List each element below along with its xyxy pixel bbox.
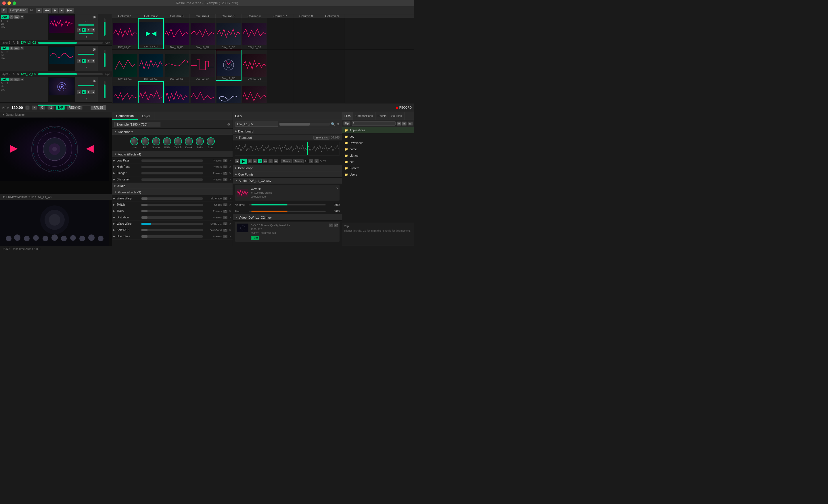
huerotate-bar[interactable] [141,235,203,238]
clip-fwdfwd-btn[interactable]: → [268,159,273,163]
layer-2-v-btn[interactable]: V [20,47,24,50]
huerotate-b-btn[interactable]: B [223,235,227,238]
twitch-bar[interactable] [141,204,203,206]
wavewarp1-b-btn[interactable]: B [223,197,227,200]
clip-l2-c9[interactable] [319,50,345,81]
huerotate-x-btn[interactable]: ✕ [229,235,232,238]
video-resize-btn[interactable]: ⤢ [329,224,333,227]
clip-search-icon[interactable]: 🔍 [331,122,335,126]
clip-to-end-btn[interactable]: ⏭ [274,159,278,163]
wavewarp1-tri-icon[interactable]: ▶ [113,197,115,200]
close-button[interactable] [2,1,6,5]
flanger-x-btn[interactable]: ✕ [229,172,232,175]
flip-knob[interactable] [141,137,149,145]
video-file-close-btn[interactable]: ✕ [336,223,338,226]
l2-stop-btn[interactable]: ■ [91,59,95,63]
l1-play-btn[interactable]: ▶ [82,90,86,94]
clip-transport-header[interactable]: ▼ Transport BPM Sync 04:748 [233,134,342,141]
clip-l1-c5[interactable]: DW_L1_C5 [216,81,242,103]
clip-l1-c7[interactable] [267,81,293,103]
l2-play-btn[interactable]: ▶ [82,59,86,63]
layer-2-a-btn[interactable]: A [9,47,13,50]
clip-l3-c8[interactable] [293,18,319,49]
layer-3-a-footer[interactable]: A [13,41,15,44]
flanger-preset[interactable]: Presets [204,172,222,175]
lowpass-preset[interactable]: Presets [204,159,222,162]
clip-l3-c1[interactable]: DW_L3_C1 [112,18,138,49]
trails-bar[interactable] [141,210,203,212]
lowpass-bar[interactable] [141,159,203,162]
distortion-x-btn[interactable]: ✕ [229,216,232,219]
file-item-developer[interactable]: 📁 Developer [342,140,414,146]
ab-b-btn[interactable]: B [402,122,407,126]
layer-2-add-btn[interactable]: Add [1,47,9,50]
distortion-preset[interactable]: Presets [204,216,222,219]
flanger-b-btn[interactable]: B [223,172,227,175]
highpass-preset[interactable]: Presets [204,166,222,168]
flanger-tri-icon[interactable]: ▶ [113,172,115,174]
layer-2-a-footer[interactable]: A [13,73,15,76]
audio-file-close-btn[interactable]: ✕ [336,186,338,190]
files-up-btn[interactable]: Up [343,121,350,126]
strobe-knob[interactable] [152,137,160,145]
files-path-input[interactable] [351,121,396,126]
wavewarp2-preset[interactable]: Sync. D... [204,222,222,225]
prev-fast-btn[interactable]: ◀◀ [43,8,51,13]
clip-settings-gear[interactable]: ⚙ [336,122,339,126]
twitch-preset[interactable]: Chaos [204,203,222,206]
prev-btn[interactable]: ◀ [36,8,42,13]
bpm-minus-btn[interactable]: - [25,105,30,110]
lowpass-b-btn[interactable]: B [223,159,227,162]
layer-1-a-btn[interactable]: A [9,78,13,81]
shiftrgb-preset[interactable]: Just Good [204,229,222,232]
huerotate-preset[interactable]: Presets [204,235,222,238]
file-item-library[interactable]: 📁 Library [342,152,414,158]
file-item-users[interactable]: 📁 Users [342,171,414,178]
twitch-b-btn[interactable]: B [223,203,227,206]
shiftrgb-b-btn[interactable]: B [223,229,227,232]
l1-pause-btn[interactable]: ⏸ [87,90,91,94]
trails-tri-icon[interactable]: ▶ [113,210,115,212]
audio-effects-section-header[interactable]: ▼ Audio Effects (4) [112,151,233,157]
l3-stop-btn[interactable]: ■ [91,28,95,32]
trails-b-btn[interactable]: B [223,210,227,213]
clip-l1-c9[interactable] [319,81,345,103]
clip-l1-c4[interactable]: DW_L1_C4 [190,81,216,103]
drunk-knob[interactable] [185,137,193,145]
clip-video-header[interactable]: ▼ Video: DW_L1_C2.mov [233,214,342,221]
flanger-bar[interactable] [141,172,203,174]
clip-l3-c9[interactable] [319,18,345,49]
rgb-knob[interactable] [163,137,171,145]
clip-play-btn[interactable]: ▶ [240,158,247,164]
shiftrgb-tri-icon[interactable]: ▶ [113,229,115,231]
clip-l2-c6[interactable]: DW_L2_C6 [242,50,267,81]
grid-view-btn[interactable]: ⊞ [408,122,413,126]
layer-3-add-btn[interactable]: Add [1,15,9,19]
clip-l3-c4[interactable]: DW_L3_C4 [190,18,216,49]
layer-3-av-btn[interactable]: AV [14,15,19,19]
clip-l3-c5[interactable]: DW_L3_C5 [216,18,242,49]
clip-l1-c2[interactable]: DW_L1_C2 [138,81,164,103]
distortion-b-btn[interactable]: B [223,216,227,219]
bitcrusher-preset[interactable]: Presets [204,178,222,181]
layer-3-b-btn[interactable]: B [1,19,5,22]
highpass-x-btn[interactable]: ✕ [229,166,232,168]
video-effects-section-header[interactable]: ▼ Video Effects (9) [112,189,233,195]
ab-a-btn[interactable]: A [397,122,401,126]
bitcrusher-tri-icon[interactable]: ▶ [113,178,115,181]
dashboard-section-header[interactable]: ▼ Dashboard [112,129,233,135]
audio-section-header[interactable]: ▶ Audio [112,183,233,189]
files-tab-compositions[interactable]: Compositions [353,112,375,120]
trails-knob[interactable] [196,137,204,145]
clip-l2-c3[interactable]: DW_L2_C3 [164,50,190,81]
clip-l2-c4[interactable]: DW_L2_C4 [190,50,216,81]
layer-2-av-btn[interactable]: AV [14,47,19,50]
wavewarp2-bar[interactable] [141,223,203,225]
beatloopr-header[interactable]: ▶ BeatLoopr [233,165,342,171]
file-item-dev[interactable]: 📁 dev [342,133,414,140]
layer-2-b-footer[interactable]: B [17,73,19,76]
layer-1-av-btn[interactable]: AV [14,78,19,81]
minimize-button[interactable] [7,1,11,5]
distortion-tri-icon[interactable]: ▶ [113,216,115,219]
lowpass-tri-icon[interactable]: ▶ [113,159,115,162]
